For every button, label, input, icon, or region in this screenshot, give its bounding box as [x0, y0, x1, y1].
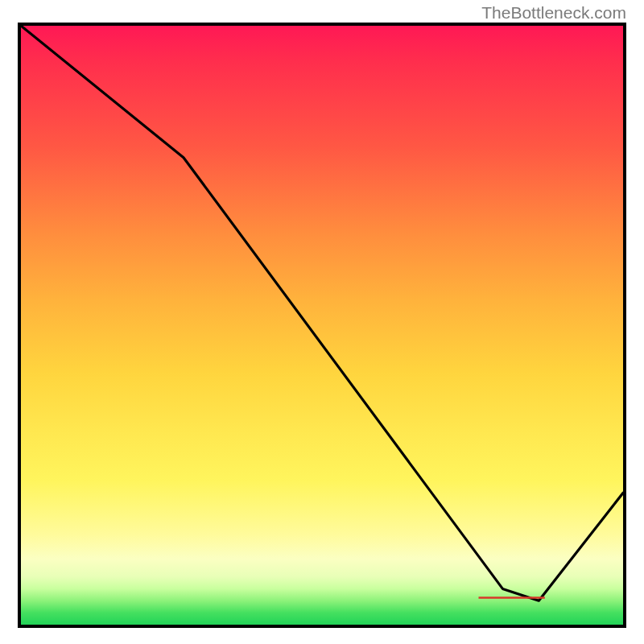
- watermark-text: TheBottleneck.com: [481, 3, 626, 23]
- chart-area: [18, 23, 626, 628]
- chart-svg: [21, 26, 623, 625]
- data-line: [21, 26, 623, 601]
